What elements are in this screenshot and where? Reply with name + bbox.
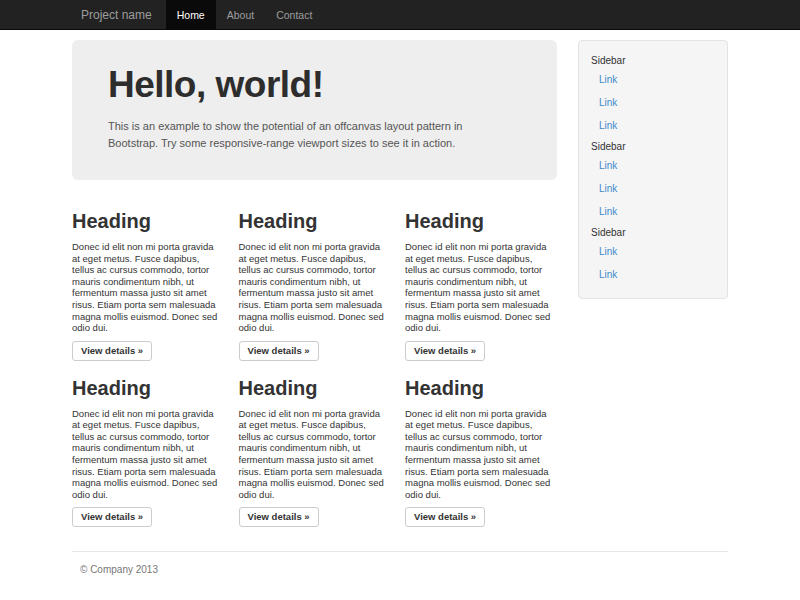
card-body-text: Donec id elit non mi porta gravida at eg… xyxy=(72,408,224,501)
page-title: Hello, world! xyxy=(108,64,521,106)
card-body-text: Donec id elit non mi porta gravida at eg… xyxy=(72,241,224,334)
card: Heading Donec id elit non mi porta gravi… xyxy=(405,210,557,361)
card-body-text: Donec id elit non mi porta gravida at eg… xyxy=(239,241,391,334)
sidebar-link[interactable]: Link xyxy=(579,240,727,263)
nav-item-contact[interactable]: Contact xyxy=(265,0,323,29)
card: Heading Donec id elit non mi porta gravi… xyxy=(239,377,391,528)
card: Heading Donec id elit non mi porta gravi… xyxy=(72,210,224,361)
footer: © Company 2013 xyxy=(72,551,728,575)
copyright-text: © Company 2013 xyxy=(80,564,728,575)
content-row: Hello, world! This is an example to show… xyxy=(72,40,728,543)
view-details-button[interactable]: View details » xyxy=(72,507,152,527)
view-details-button[interactable]: View details » xyxy=(405,507,485,527)
navbar: Project name Home About Contact xyxy=(0,0,800,30)
card-body-text: Donec id elit non mi porta gravida at eg… xyxy=(405,241,557,334)
card-body-text: Donec id elit non mi porta gravida at eg… xyxy=(405,408,557,501)
navbar-container: Project name Home About Contact xyxy=(72,0,728,29)
sidebar-link[interactable]: Link xyxy=(579,263,727,286)
card: Heading Donec id elit non mi porta gravi… xyxy=(239,210,391,361)
view-details-button[interactable]: View details » xyxy=(72,341,152,361)
sidebar-link[interactable]: Link xyxy=(579,68,727,91)
page-container: Hello, world! This is an example to show… xyxy=(72,40,728,575)
sidebar-column: Sidebar Link Link Link Sidebar Link Link… xyxy=(578,40,728,543)
sidebar-group-title: Sidebar xyxy=(579,137,727,154)
card-heading: Heading xyxy=(239,210,391,233)
view-details-button[interactable]: View details » xyxy=(239,507,319,527)
footer-divider xyxy=(72,551,728,552)
card: Heading Donec id elit non mi porta gravi… xyxy=(405,377,557,528)
sidebar-group-title: Sidebar xyxy=(579,223,727,240)
nav-item-about[interactable]: About xyxy=(216,0,265,29)
sidebar-link[interactable]: Link xyxy=(579,114,727,137)
view-details-button[interactable]: View details » xyxy=(405,341,485,361)
card-heading: Heading xyxy=(72,377,224,400)
navbar-brand[interactable]: Project name xyxy=(72,0,166,29)
card-heading: Heading xyxy=(405,377,557,400)
sidebar-link[interactable]: Link xyxy=(579,177,727,200)
main-column: Hello, world! This is an example to show… xyxy=(72,40,557,543)
jumbotron-text: This is an example to show the potential… xyxy=(108,118,508,152)
card-heading: Heading xyxy=(72,210,224,233)
view-details-button[interactable]: View details » xyxy=(239,341,319,361)
jumbotron: Hello, world! This is an example to show… xyxy=(72,40,557,180)
nav-item-home[interactable]: Home xyxy=(166,0,216,29)
sidebar-link[interactable]: Link xyxy=(579,154,727,177)
card-heading: Heading xyxy=(239,377,391,400)
sidebar-link[interactable]: Link xyxy=(579,91,727,114)
sidebar-link[interactable]: Link xyxy=(579,200,727,223)
card-heading: Heading xyxy=(405,210,557,233)
card-body-text: Donec id elit non mi porta gravida at eg… xyxy=(239,408,391,501)
cards-row-1: Heading Donec id elit non mi porta gravi… xyxy=(72,210,557,361)
cards-row-2: Heading Donec id elit non mi porta gravi… xyxy=(72,377,557,528)
card: Heading Donec id elit non mi porta gravi… xyxy=(72,377,224,528)
sidebar-nav: Sidebar Link Link Link Sidebar Link Link… xyxy=(578,40,728,299)
sidebar-group-title: Sidebar xyxy=(579,51,727,68)
